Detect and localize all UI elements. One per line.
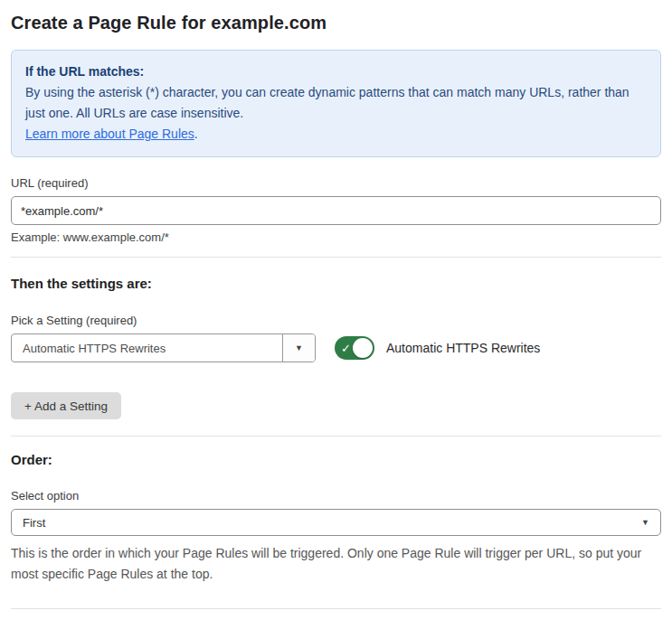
url-field-section: URL (required) Example: www.example.com/… [11,176,661,244]
chevron-down-icon[interactable]: ▼ [282,334,315,362]
divider [11,436,661,437]
link-suffix: . [194,127,198,141]
settings-heading: Then the settings are: [11,276,661,291]
info-box-link-line: Learn more about Page Rules. [25,124,647,145]
setting-row: Automatic HTTPS Rewrites ▼ ✓ Automatic H… [11,333,661,362]
setting-dropdown[interactable]: Automatic HTTPS Rewrites ▼ [11,333,316,362]
check-icon: ✓ [341,343,351,354]
url-field-label: URL (required) [11,176,661,190]
setting-toggle-label: Automatic HTTPS Rewrites [386,341,540,355]
add-setting-button[interactable]: + Add a Setting [11,392,121,419]
settings-section: Then the settings are: Pick a Setting (r… [11,276,661,419]
info-box-heading: If the URL matches: [25,61,647,82]
url-input[interactable] [11,196,661,225]
divider [11,257,661,258]
url-field-helper: Example: www.example.com/* [11,230,661,244]
setting-dropdown-value: Automatic HTTPS Rewrites [12,334,282,362]
setting-toggle[interactable]: ✓ [335,336,374,360]
info-box-body: By using the asterisk (*) character, you… [25,82,647,124]
order-helper-text: This is the order in which your Page Rul… [11,543,653,585]
divider [11,608,661,609]
order-heading: Order: [11,452,661,467]
learn-more-link[interactable]: Learn more about Page Rules [25,127,194,141]
order-select-value: First [23,516,641,530]
page-title: Create a Page Rule for example.com [11,13,661,33]
create-page-rule-panel: Create a Page Rule for example.com If th… [0,0,672,620]
toggle-knob [353,338,373,358]
pick-setting-label: Pick a Setting (required) [11,314,661,327]
url-match-info-box: If the URL matches: By using the asteris… [11,50,661,157]
order-select[interactable]: First ▼ [11,509,661,536]
order-select-label: Select option [11,489,661,503]
order-section: Order: Select option First ▼ This is the… [11,452,661,585]
chevron-down-icon: ▼ [641,518,649,527]
